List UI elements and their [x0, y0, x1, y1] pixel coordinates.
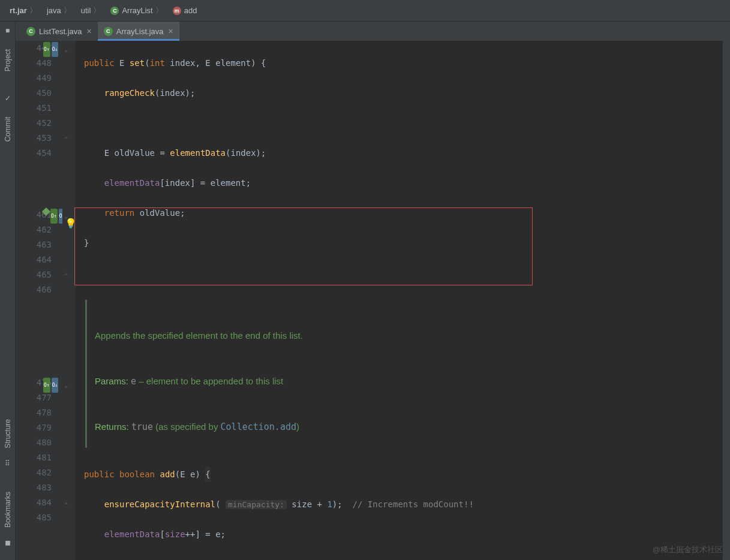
rail-project[interactable]: Project	[4, 49, 12, 71]
fold-toggle-icon[interactable]: ⌄	[64, 378, 68, 393]
intention-bulb-icon[interactable]: 💡	[65, 216, 77, 231]
watermark-text: @稀土掘金技术社区	[653, 544, 723, 555]
fold-toggle-icon[interactable]: ⌄	[64, 42, 68, 57]
crumb-class[interactable]: CArrayList〉	[107, 4, 169, 17]
line-number[interactable]: 453	[16, 131, 52, 146]
javadoc-link[interactable]: Collection.add	[221, 421, 296, 432]
line-number[interactable]: 482	[16, 465, 52, 480]
breadcrumb: rt.jar〉 java〉 util〉 CArrayList〉 madd	[0, 0, 730, 22]
line-number[interactable]: 483	[16, 480, 52, 495]
chevron-right-icon: 〉	[29, 5, 37, 16]
code-area[interactable]: public E set(int index, E element) { ran…	[76, 41, 723, 560]
line-number[interactable]: 479	[16, 420, 52, 435]
class-icon: C	[110, 7, 119, 15]
close-icon[interactable]: ×	[168, 26, 173, 36]
line-number[interactable]: 485	[16, 510, 52, 525]
commit-icon[interactable]: ✓	[5, 94, 11, 103]
close-icon[interactable]: ×	[87, 26, 92, 36]
line-number[interactable]: 450	[16, 86, 52, 101]
line-number[interactable]: 462	[16, 222, 52, 237]
override-icon[interactable]: O↑O↓	[43, 42, 58, 57]
line-number[interactable]: 451	[16, 101, 52, 116]
bookmark-icon[interactable]: ◼	[5, 538, 11, 547]
chevron-right-icon: 〉	[155, 5, 163, 16]
editor-tabs: C ListTest.java × C ArrayList.java ×	[16, 22, 730, 41]
class-file-icon: C	[104, 27, 113, 36]
structure-icon[interactable]: ⠿	[5, 459, 10, 468]
crumb-util[interactable]: util〉	[77, 4, 107, 17]
gutter: 447 448 449 450 451 452 453 454 461 462 …	[16, 41, 62, 560]
crumb-method[interactable]: madd	[169, 5, 201, 16]
line-number[interactable]: 465	[16, 267, 52, 282]
rail-commit[interactable]: Commit	[4, 117, 12, 141]
parameter-hint: minCapacity:	[226, 500, 287, 509]
javadoc-block: Appends the specified element to the end…	[84, 298, 723, 450]
line-number[interactable]: 449	[16, 71, 52, 86]
code-editor[interactable]: 447 448 449 450 451 452 453 454 461 462 …	[16, 41, 730, 560]
vertical-scrollbar[interactable]	[723, 41, 730, 560]
fold-end-icon[interactable]: ⌃	[64, 132, 68, 147]
class-file-icon: C	[26, 27, 35, 36]
crumb-java[interactable]: java〉	[43, 4, 77, 17]
line-number[interactable]: 484	[16, 495, 52, 510]
line-number[interactable]: 452	[16, 116, 52, 131]
line-number[interactable]: 463	[16, 237, 52, 252]
fold-column: ⌄ ⌃ ⌄ ⌃ ⌄ ⌃	[62, 41, 76, 560]
line-number[interactable]: 464	[16, 252, 52, 267]
line-number[interactable]: 480	[16, 435, 52, 450]
override-icon[interactable]: O↑O↓	[43, 378, 58, 393]
line-number[interactable]: 448	[16, 56, 52, 71]
chevron-right-icon: 〉	[93, 5, 101, 16]
tab-arraylist[interactable]: C ArrayList.java ×	[98, 22, 179, 41]
fold-end-icon[interactable]: ⌃	[64, 498, 68, 513]
line-number[interactable]: 478	[16, 405, 52, 420]
tab-listtest[interactable]: C ListTest.java ×	[20, 22, 98, 41]
rail-bookmarks[interactable]: Bookmarks	[4, 492, 12, 528]
line-number[interactable]: 466	[16, 282, 52, 297]
chevron-right-icon: 〉	[64, 5, 71, 16]
fold-end-icon[interactable]: ⌃	[64, 269, 68, 284]
tool-rail-left: ■ Project ✓ Commit Structure ⠿ Bookmarks…	[0, 22, 16, 560]
line-number[interactable]: 454	[16, 146, 52, 161]
line-number[interactable]: 481	[16, 450, 52, 465]
rail-structure[interactable]: Structure	[4, 419, 12, 448]
method-icon: m	[173, 7, 181, 15]
project-icon[interactable]: ■	[5, 26, 10, 35]
crumb-rtjar[interactable]: rt.jar〉	[6, 4, 43, 17]
